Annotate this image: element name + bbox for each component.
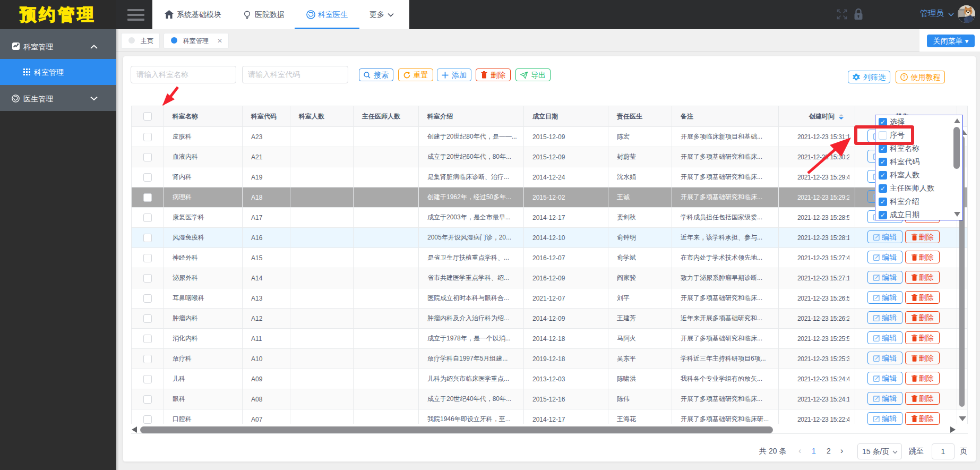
svg-text:?: ? bbox=[902, 74, 905, 80]
